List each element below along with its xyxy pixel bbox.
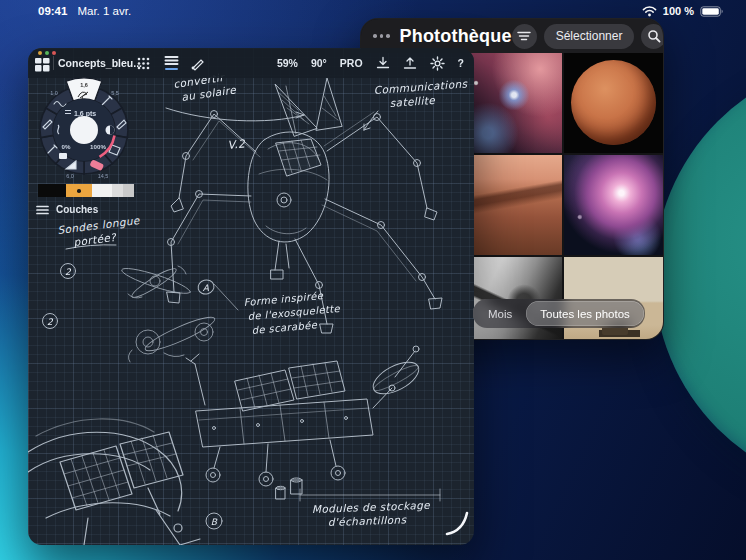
swatch-white[interactable] — [92, 184, 112, 197]
note-storage-2: d'échantillons — [328, 513, 408, 528]
size-label-fill: 6,0 — [66, 173, 74, 179]
mark-B: B — [211, 517, 218, 527]
wifi-icon — [642, 6, 657, 17]
pro-badge[interactable]: PRO — [340, 57, 363, 69]
status-date: Mar. 1 avr. — [77, 5, 131, 17]
concepts-window: convertir au solaire Communications sate… — [28, 48, 474, 545]
mark-A: A — [203, 283, 210, 293]
import-icon[interactable] — [376, 56, 390, 70]
filter-button[interactable] — [512, 24, 537, 49]
grid-menu-button[interactable] — [132, 54, 154, 72]
export-icon[interactable] — [403, 56, 417, 70]
battery-icon — [700, 6, 724, 17]
active-tool-size: 1,6 — [80, 82, 88, 88]
fill-style-icon — [59, 153, 67, 159]
window-more-icon[interactable] — [373, 34, 390, 38]
note-storage-1: Modules de stockage — [312, 499, 432, 516]
window-dots[interactable] — [38, 51, 56, 55]
layers-lines-button[interactable] — [160, 54, 182, 72]
photo-mars-globe[interactable] — [564, 53, 663, 153]
timeline-segmented-control: Mois Toutes les photos — [473, 299, 645, 328]
mark-2b: 2 — [47, 317, 54, 327]
battery-percent: 100 % — [663, 5, 694, 17]
search-button[interactable] — [641, 24, 664, 49]
size-label-airbrush: 5,5 — [111, 90, 119, 96]
search-icon — [647, 29, 661, 43]
segment-toutes-les-photos[interactable]: Toutes les photos — [526, 301, 644, 326]
filter-lines-icon — [517, 30, 531, 42]
segment-mois[interactable]: Mois — [474, 301, 526, 326]
note-beetle-3: de scarabée — [251, 319, 318, 336]
select-button[interactable]: Sélectionner — [544, 24, 635, 49]
tool-wheel[interactable]: 1,6 1,0 5,5 14,5 6,0 1,6 pts 0% 100 — [28, 74, 140, 186]
vector-pen-button[interactable] — [186, 54, 208, 72]
note-comms-1: Communications — [373, 77, 469, 96]
size-label-eraser: 14,5 — [98, 173, 109, 179]
photo-orion-nebula[interactable] — [564, 155, 663, 255]
size-label-wave: 1,0 — [50, 90, 58, 96]
help-button[interactable]: ? — [458, 57, 464, 69]
opacity-min: 0% — [62, 143, 71, 150]
photo-desert-mountains[interactable] — [462, 155, 561, 255]
status-bar-left: 09:41 Mar. 1 avr. — [38, 5, 131, 17]
wheel-center-button[interactable] — [70, 116, 98, 144]
gallery-icon[interactable] — [35, 58, 50, 72]
arrow-solar — [166, 108, 304, 121]
status-bar-right: 100 % — [642, 5, 724, 17]
note-version: V.2 — [227, 137, 247, 152]
photo-horsehead-nebula[interactable] — [462, 53, 561, 153]
leader-beetle — [214, 284, 238, 310]
photos-title: Photothèque — [400, 26, 512, 47]
swatch-gray[interactable] — [123, 184, 134, 197]
page-curl[interactable] — [443, 510, 471, 538]
settings-gear-icon[interactable] — [430, 56, 445, 71]
note-comms-2: satellite — [389, 94, 436, 109]
color-bar — [38, 184, 134, 197]
layers-button[interactable]: Couches — [36, 204, 98, 215]
document-title[interactable]: Concepts_bleu... — [58, 57, 142, 69]
swatch-orange-selected[interactable] — [66, 184, 92, 197]
note-probes-2: portée? — [73, 231, 118, 249]
layers-lines-icon — [36, 205, 49, 215]
opacity-max: 100% — [90, 143, 106, 150]
zoom-level[interactable]: 59% — [277, 57, 298, 69]
rotation-value[interactable]: 90° — [311, 57, 327, 69]
swatch-gray-light[interactable] — [112, 184, 123, 197]
sketch-closeup-body — [28, 419, 200, 545]
toolbar-separator — [53, 56, 54, 70]
sketch-part-studies — [120, 264, 218, 362]
sketch-dish-rover — [186, 346, 440, 501]
mark-2a: 2 — [65, 267, 72, 277]
status-time: 09:41 — [38, 5, 67, 17]
swatch-black[interactable] — [38, 184, 66, 197]
layers-label: Couches — [56, 204, 98, 215]
